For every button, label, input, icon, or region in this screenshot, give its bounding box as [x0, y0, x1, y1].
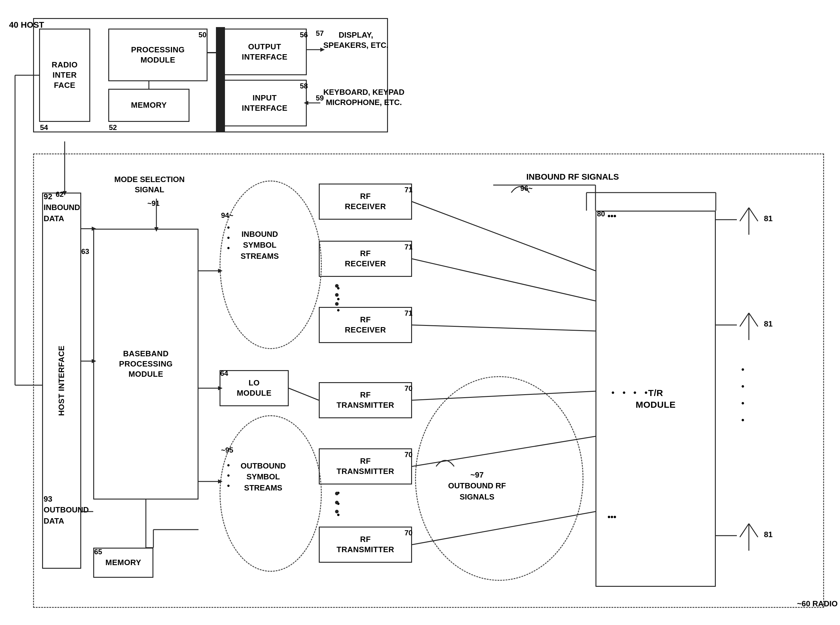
num-57: 57: [316, 29, 324, 38]
svg-line-8: [749, 524, 758, 537]
antenna-2: [737, 310, 761, 340]
antenna-1: [737, 205, 761, 235]
num-54: 54: [40, 123, 48, 132]
baseband-block: BASEBANDPROCESSINGMODULE: [93, 229, 198, 499]
num-70a: 70: [405, 384, 413, 393]
svg-line-1: [740, 208, 749, 221]
num-96: 96~: [520, 183, 533, 193]
tr-bot-dots: •••: [608, 512, 616, 522]
rf-trans-dots: •••: [337, 488, 340, 520]
tr-top-dots: •••: [608, 211, 616, 221]
num-71a: 71: [405, 185, 413, 194]
svg-line-4: [740, 313, 749, 326]
antenna-3: [737, 521, 761, 551]
num-65: 65: [94, 547, 102, 557]
keyboard-label: KEYBOARD, KEYPADMICROPHONE, ETC.: [323, 87, 405, 108]
rf-recv-dots: •••: [337, 283, 340, 316]
processing-module-block: PROCESSINGMODULE: [108, 29, 208, 81]
num-95: ~95: [221, 445, 233, 455]
num-50: 50: [198, 30, 207, 39]
tr-mid-dots: ••••: [608, 391, 651, 394]
num-63: 63: [81, 247, 89, 256]
num-71b: 71: [405, 242, 413, 252]
rf-transmitter-2-block: RFTRANSMITTER: [319, 448, 412, 485]
inbound-symbol-label: •••: [227, 223, 230, 253]
num-81c: 81: [764, 530, 773, 540]
inbound-symbol-text: INBOUNDSYMBOLSTREAMS: [240, 229, 279, 261]
memory-bottom-block: MEMORY: [93, 548, 153, 578]
num-81b: 81: [764, 319, 773, 329]
antenna-dots: ••••: [741, 361, 744, 429]
memory-top-block: MEMORY: [108, 89, 189, 122]
outbound-rf-label: ~97OUTBOUND RFSIGNALS: [448, 470, 506, 502]
rf-transmitter-1-block: RFTRANSMITTER: [319, 382, 412, 418]
rf-receiver-3-block: RFRECEIVER: [319, 307, 412, 343]
num-56: 56: [300, 30, 308, 39]
outbound-symbol-text: OUTBOUNDSYMBOLSTREAMS: [240, 460, 286, 493]
lo-module-block: LOMODULE: [220, 370, 289, 406]
num-91: ~91: [147, 199, 160, 208]
inbound-rf-label: INBOUND RF SIGNALS: [526, 171, 619, 182]
outbound-symbol-dots: •••: [227, 460, 230, 491]
num-64: 64: [220, 368, 228, 378]
num-60: ~60 RADIO: [797, 599, 838, 609]
num-80: 80: [597, 209, 605, 218]
inbound-symbol-dashed: [220, 180, 322, 349]
rf-receiver-1-block: RFRECEIVER: [319, 183, 412, 220]
mode-selection-label: MODE SELECTIONSIGNAL: [114, 174, 184, 195]
num-58: 58: [300, 81, 308, 90]
output-interface-block: OUTPUTINTERFACE: [223, 29, 307, 75]
num-52: 52: [109, 123, 117, 132]
num-81a: 81: [764, 214, 773, 224]
num-59: 59: [316, 93, 324, 103]
svg-line-2: [749, 208, 758, 221]
tr-module-block: T/RMODULE: [595, 211, 716, 587]
inbound-data-label: 92INBOUNDDATA: [43, 191, 80, 224]
num-70c: 70: [405, 528, 413, 538]
rf-transmitter-3-block: RFTRANSMITTER: [319, 527, 412, 563]
svg-line-7: [740, 524, 749, 537]
outbound-symbol-dashed: [220, 415, 322, 572]
num-70b: 70: [405, 450, 413, 459]
radio-interface-block: RADIOINTER­FACE: [39, 29, 90, 122]
num-94: 94~: [221, 211, 233, 220]
outbound-data-label: 93OUTBOUNDDATA: [43, 493, 89, 526]
num-71c: 71: [405, 308, 413, 318]
rf-receiver-2-block: RFRECEIVER: [319, 241, 412, 277]
display-label: DISPLAY,SPEAKERS, ETC.: [323, 30, 389, 51]
svg-line-5: [749, 313, 758, 326]
input-interface-block: INPUTINTERFACE: [223, 80, 307, 126]
